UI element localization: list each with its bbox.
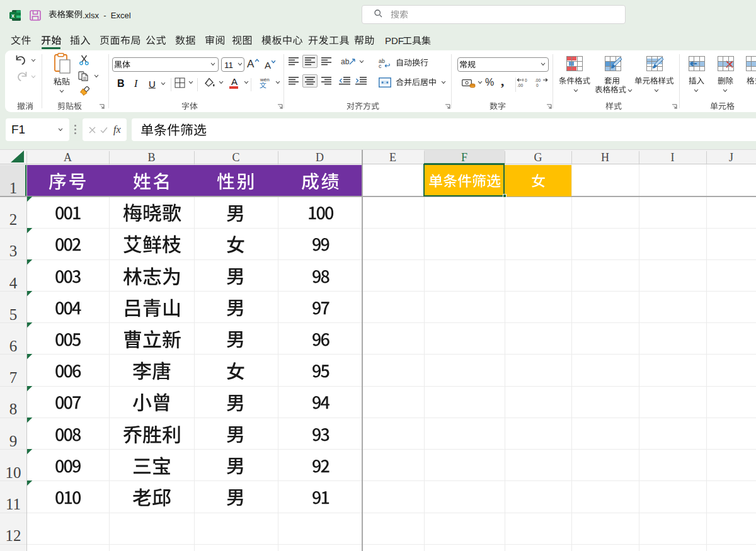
svg-text:.00: .00 [517,83,523,88]
svg-text:0: 0 [536,83,539,88]
svg-text:c: c [379,63,382,69]
svg-text:.00: .00 [535,78,541,82]
svg-text:x: x [11,13,14,19]
svg-text:ab: ab [341,57,350,66]
svg-text:0: 0 [525,78,527,82]
